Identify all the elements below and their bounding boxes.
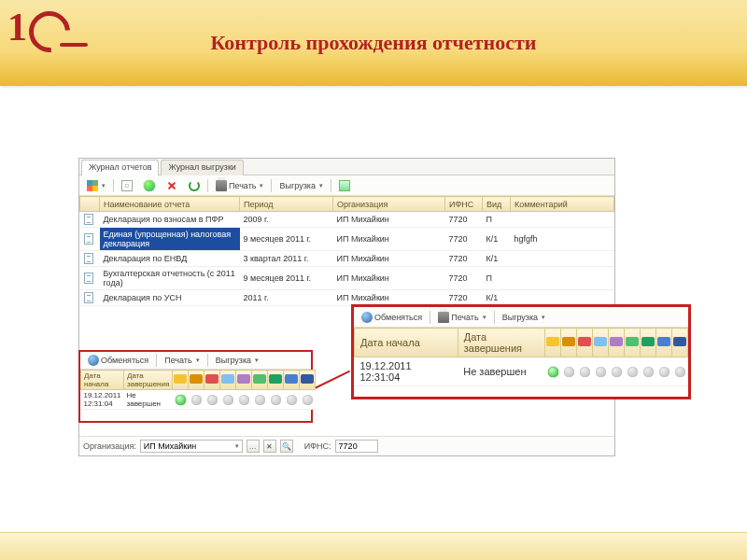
print-label: Печать	[229, 181, 256, 190]
led-off-icon	[675, 367, 685, 377]
cell-period: 3 квартал 2011 г.	[240, 251, 333, 267]
doc-icon	[84, 273, 93, 284]
logo-1-text: 1	[7, 7, 27, 47]
disk-icon	[339, 180, 350, 191]
col-status-9[interactable]	[300, 371, 316, 390]
export-button[interactable]: Выгрузка▾	[275, 179, 326, 192]
cell-kind: К/1	[483, 290, 511, 306]
col-status-5[interactable]	[236, 371, 252, 390]
table-row[interactable]: Бухгалтерская отчетность (с 2011 года) 9…	[80, 267, 614, 290]
col-status-8[interactable]	[284, 371, 300, 390]
exchange-button[interactable]: Обменяться	[84, 353, 152, 368]
cell-org: ИП Михайкин	[333, 228, 445, 251]
org-clear-button[interactable]: ✕	[263, 440, 276, 453]
cell-kind: П	[483, 267, 511, 290]
print-label: Печать	[451, 313, 478, 322]
refresh-button[interactable]	[185, 178, 204, 193]
separator	[113, 179, 114, 192]
status-icon	[594, 337, 607, 346]
col-status-4[interactable]	[593, 329, 609, 357]
delete-button[interactable]	[162, 178, 181, 193]
col-status-7[interactable]	[268, 371, 284, 390]
col-status-7[interactable]	[641, 329, 656, 357]
row-icon	[80, 228, 100, 251]
col-start[interactable]: Дата начала	[81, 371, 124, 390]
ball-icon	[144, 180, 155, 191]
org-select[interactable]: ИП Михайкин ▾	[140, 440, 243, 453]
export-button[interactable]: Выгрузка▾	[212, 354, 262, 367]
cell-status	[268, 390, 284, 410]
status-icon	[221, 374, 234, 384]
status-icon	[285, 374, 298, 384]
led-on-icon	[176, 395, 186, 405]
exchange-button[interactable]: Обменяться	[358, 310, 426, 325]
col-name[interactable]: Наименование отчета	[100, 197, 240, 212]
col-icon[interactable]	[80, 197, 100, 212]
reports-table: Наименование отчета Период Организация И…	[79, 196, 614, 306]
open-button[interactable]	[140, 178, 159, 193]
extra-button[interactable]	[335, 178, 354, 193]
col-status-4[interactable]	[220, 371, 236, 390]
exchange-label: Обменяться	[101, 356, 148, 365]
exchange-table-small: Дата начала Дата завершения 19.12.2011 1…	[80, 370, 316, 410]
col-status-8[interactable]	[656, 329, 672, 357]
separator	[207, 354, 208, 367]
cell-name: Бухгалтерская отчетность (с 2011 года)	[100, 267, 240, 290]
col-status-2[interactable]	[189, 371, 204, 390]
table-row[interactable]: Декларация по ЕНВД 3 квартал 2011 г. ИП …	[80, 251, 614, 267]
col-status-9[interactable]	[672, 329, 688, 357]
col-comment[interactable]: Комментарий	[511, 197, 614, 212]
table-row[interactable]: Декларация по УСН 2011 г. ИП Михайкин 77…	[80, 290, 614, 306]
filter-button[interactable]: ▾	[83, 178, 109, 193]
col-kind[interactable]: Вид	[483, 197, 511, 212]
col-status-5[interactable]	[609, 329, 625, 357]
status-icon	[237, 374, 250, 384]
led-off-icon	[271, 395, 281, 405]
col-status-1[interactable]	[545, 329, 561, 357]
col-start[interactable]: Дата начала	[355, 329, 458, 357]
new-button[interactable]	[118, 178, 136, 193]
chevron-down-icon: ▾	[102, 182, 106, 189]
export-button[interactable]: Выгрузка▾	[499, 311, 549, 324]
col-ifns[interactable]: ИФНС	[445, 197, 483, 212]
col-status-3[interactable]	[204, 371, 220, 390]
cell-start: 19.12.2011 12:31:04	[355, 357, 458, 386]
col-status-6[interactable]	[252, 371, 268, 390]
col-status-1[interactable]	[173, 371, 189, 390]
col-end[interactable]: Дата завершения	[458, 329, 544, 357]
col-status-2[interactable]	[561, 329, 577, 357]
org-search-button[interactable]: 🔍	[280, 440, 293, 453]
cell-status	[609, 357, 625, 386]
col-period[interactable]: Период	[240, 197, 333, 212]
tab-reports[interactable]: Журнал отчетов	[81, 160, 159, 175]
chevron-down-icon: ▾	[255, 357, 259, 364]
led-off-icon	[207, 395, 218, 405]
table-row[interactable]: 19.12.2011 12:31:04 Не завершен	[81, 390, 316, 410]
logo-c-icon	[21, 3, 78, 61]
col-org[interactable]: Организация	[333, 197, 445, 212]
row-icon	[80, 251, 100, 267]
chevron-down-icon: ▾	[196, 357, 200, 364]
status-bar: Организация: ИП Михайкин ▾ … ✕ 🔍 ИФНС: 7…	[79, 436, 614, 455]
status-icon	[562, 337, 575, 346]
tab-uploads[interactable]: Журнал выгрузки	[161, 160, 243, 175]
ifns-select[interactable]: 7720	[335, 440, 378, 453]
col-status-3[interactable]	[577, 329, 593, 357]
table-row[interactable]: Единая (упрощенная) налоговая декларация…	[80, 228, 614, 251]
print-button[interactable]: Печать▾	[161, 354, 203, 367]
col-end[interactable]: Дата завершения	[124, 371, 173, 390]
status-icon	[578, 337, 591, 346]
org-ellipsis-button[interactable]: …	[247, 440, 260, 453]
chevron-down-icon: ▾	[260, 182, 263, 189]
col-status-6[interactable]	[625, 329, 641, 357]
cell-start: 19.12.2011 12:31:04	[81, 390, 124, 410]
print-icon	[216, 180, 227, 191]
export-label: Выгрузка	[502, 313, 538, 322]
table-row[interactable]: Декларация по взносам в ПФР 2009 г. ИП М…	[80, 212, 614, 228]
logo-underline-icon	[60, 43, 88, 47]
cell-status	[204, 390, 220, 410]
status-icon	[610, 337, 623, 346]
print-button[interactable]: Печать▾	[212, 178, 267, 193]
table-row[interactable]: 19.12.2011 12:31:04 Не завершен	[355, 357, 688, 386]
print-button[interactable]: Печать▾	[434, 310, 489, 325]
